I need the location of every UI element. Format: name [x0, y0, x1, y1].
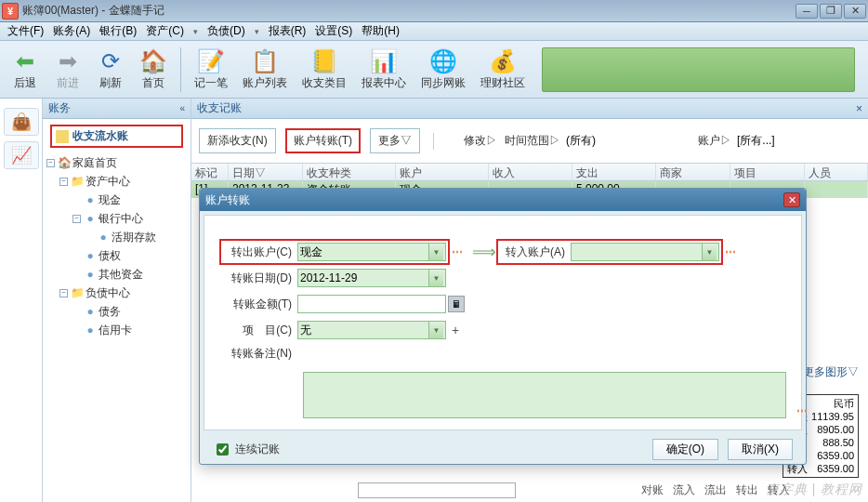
transfer-dialog: 账户转账 ✕ 转出账户(C) 现金▼ ⋯ ⟹ 转入账户(A) ▼ ⋯ 转账日期(…	[199, 188, 807, 465]
launcher-wallet[interactable]: 👜	[4, 108, 39, 136]
menu-accounts[interactable]: 账务(A)	[49, 21, 94, 41]
note-label: 转账备注(N)	[223, 346, 297, 362]
sidebar-header: 账务 «	[43, 99, 191, 119]
sync-globe-icon: 🌐	[429, 47, 457, 75]
tree-other-asset[interactable]: ●其他资金	[46, 265, 187, 284]
col-acc[interactable]: 账户	[396, 164, 489, 180]
accountlist-button[interactable]: 📋账户列表	[235, 46, 295, 93]
minimize-button[interactable]: ─	[796, 4, 818, 19]
arrow-icon: ⟹	[468, 242, 500, 262]
menu-reports[interactable]: 报表(R)	[265, 21, 310, 41]
tabstrip: 收支记账 ×	[191, 99, 868, 119]
dropdown-icon[interactable]: ▼	[702, 244, 717, 260]
to-account-dropdown[interactable]: ▼	[571, 243, 719, 261]
col-income[interactable]: 收入	[489, 164, 572, 180]
col-project[interactable]: 项目	[730, 164, 805, 180]
refresh-button[interactable]: ⟳刷新	[89, 46, 132, 93]
note-textarea[interactable]: ⋯	[303, 372, 786, 418]
col-cat[interactable]: 收支种类	[303, 164, 396, 180]
window-title: 账簿00(Master) - 金蝶随手记	[22, 3, 164, 19]
from-browse-button[interactable]: ⋯	[446, 245, 468, 258]
to-browse-button[interactable]: ⋯	[719, 245, 742, 258]
account-transfer-button[interactable]: 账户转账(T)	[285, 128, 361, 153]
ok-button[interactable]: 确定(O)	[652, 439, 718, 460]
cancel-button[interactable]: 取消(X)	[728, 439, 793, 460]
tree-bank-center[interactable]: −●银行中心	[46, 209, 187, 228]
sidebar-cashflow-link[interactable]: 收支流水账	[50, 125, 183, 148]
dialog-footer: 连续记账 确定(O) 取消(X)	[200, 434, 806, 464]
col-mark[interactable]: 标记	[191, 164, 229, 180]
reportcenter-button[interactable]: 📊报表中心	[354, 46, 414, 93]
dropdown-icon[interactable]: ▼	[428, 322, 443, 338]
tree-demand[interactable]: ●活期存款	[46, 228, 187, 246]
toolbar: ⬅后退 ➡前进 ⟳刷新 🏠首页 📝记一笔 📋账户列表 📒收支类目 📊报表中心 🌐…	[0, 41, 868, 99]
menu-debts[interactable]: 负债(D)	[204, 21, 249, 41]
account-filter-value: [所有...]	[737, 133, 775, 149]
transfer-amount-input[interactable]	[297, 295, 446, 313]
tree-cash[interactable]: ●现金	[46, 191, 187, 209]
continue-checkbox[interactable]: 连续记账	[213, 441, 280, 458]
transfer-date-label: 转账日期(D)	[223, 271, 297, 286]
col-person[interactable]: 人员	[805, 164, 868, 180]
close-button[interactable]: ✕	[844, 4, 866, 19]
col-expense[interactable]: 支出	[572, 164, 656, 180]
dropdown-icon[interactable]: ▼	[428, 270, 443, 286]
launcher-chart[interactable]: 📈	[4, 141, 39, 169]
sidebar-title: 账务	[48, 100, 71, 116]
tab-close-icon[interactable]: ×	[856, 102, 862, 115]
syncnet-button[interactable]: 🌐同步网账	[414, 46, 473, 93]
menu-file[interactable]: 文件(F)	[4, 21, 47, 41]
time-range-value: (所有)	[566, 133, 596, 149]
maximize-button[interactable]: ❐	[820, 4, 842, 19]
time-range-action[interactable]: 时间范围▷	[503, 131, 562, 151]
menu-help[interactable]: 帮助(H)	[358, 21, 403, 41]
tree-debt-center[interactable]: −📁负债中心	[46, 284, 187, 302]
home-button[interactable]: 🏠首页	[132, 46, 175, 93]
toolbar-ad-banner	[542, 47, 855, 92]
titlebar: ¥ 账簿00(Master) - 金蝶随手记 ─ ❐ ✕	[0, 0, 868, 22]
more-button[interactable]: 更多▽	[370, 128, 420, 153]
home-icon: 🏠	[139, 47, 167, 75]
back-button[interactable]: ⬅后退	[4, 46, 46, 93]
tree-debt[interactable]: ●债务	[46, 302, 187, 321]
tree-home[interactable]: −🏠家庭首页	[46, 153, 187, 172]
dropdown-icon[interactable]: ▼	[428, 244, 443, 260]
categories-button[interactable]: 📒收支类目	[295, 46, 354, 93]
footer-terms: 对账流入流出转出转入	[195, 482, 790, 498]
transfer-amount-label: 转账金额(T)	[223, 297, 297, 312]
tree-asset-center[interactable]: −📁资产中心	[46, 172, 187, 191]
back-arrow-icon: ⬅	[11, 47, 39, 75]
account-filter-action[interactable]: 账户▷	[696, 131, 733, 151]
project-label: 项 目(C)	[223, 323, 297, 338]
dialog-titlebar[interactable]: 账户转账 ✕	[200, 189, 806, 211]
sidebar-collapse-icon[interactable]: «	[179, 103, 185, 113]
tab-title[interactable]: 收支记账	[197, 100, 242, 116]
note-browse-button[interactable]: ⋯	[796, 404, 808, 417]
menu-assets[interactable]: 资产(C)	[142, 21, 188, 41]
more-charts-link[interactable]: 更多图形▽	[803, 364, 859, 380]
menubar: 文件(F) 账务(A) 银行(B) 资产(C)▾ 负债(D)▾ 报表(R) 设置…	[0, 22, 868, 41]
transfer-date-input[interactable]: 2012-11-29▼	[297, 269, 446, 287]
forward-button[interactable]: ➡前进	[46, 46, 89, 93]
grid-header: 标记 日期▽ 收支种类 账户 收入 支出 商家 项目 人员	[191, 163, 868, 181]
tree-credit-card[interactable]: ●信用卡	[46, 321, 187, 339]
calculator-button[interactable]: 🖩	[448, 296, 465, 312]
menu-bank[interactable]: 银行(B)	[96, 21, 140, 41]
col-date[interactable]: 日期▽	[229, 164, 303, 180]
tree-credit-right[interactable]: ●债权	[46, 246, 187, 265]
account-tree: −🏠家庭首页 −📁资产中心 ●现金 −●银行中心 ●活期存款 ●债权 ●其他资金…	[43, 148, 191, 339]
col-merchant[interactable]: 商家	[656, 164, 730, 180]
from-account-label: 转出账户(C)	[223, 244, 297, 260]
new-income-expense-button[interactable]: 新添收支(N)	[199, 128, 276, 153]
dialog-close-button[interactable]: ✕	[783, 192, 800, 207]
project-dropdown[interactable]: 无▼	[297, 321, 446, 339]
left-launcher: 👜 📈	[0, 99, 43, 502]
from-account-dropdown[interactable]: 现金▼	[297, 243, 446, 261]
coin-icon: 💰	[489, 47, 517, 75]
edit-action[interactable]: 修改▷	[462, 131, 499, 151]
refresh-icon: ⟳	[97, 47, 125, 75]
menu-settings[interactable]: 设置(S)	[311, 21, 356, 41]
community-button[interactable]: 💰理财社区	[473, 46, 533, 93]
newrecord-button[interactable]: 📝记一笔	[187, 46, 235, 93]
add-project-button[interactable]: +	[446, 323, 465, 337]
